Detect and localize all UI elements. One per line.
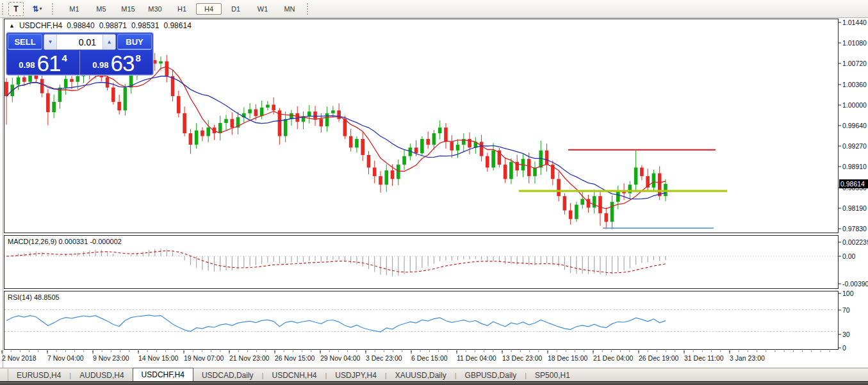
timeframe-button-h4[interactable]: H4 <box>196 3 222 15</box>
date-label: 6 Dec 15:00 <box>411 354 448 362</box>
candle-body <box>575 205 578 219</box>
candle-body <box>111 88 115 102</box>
date-label: 14 Nov 15:00 <box>138 354 178 362</box>
tab-item-usdcad[interactable]: USDCAD,Daily <box>193 369 262 382</box>
candle-body <box>4 82 8 96</box>
timeframe-button-m30[interactable]: M30 <box>142 3 168 15</box>
candle-body <box>533 168 537 176</box>
candle-body <box>580 199 584 205</box>
candle-body <box>634 168 638 185</box>
tab-bar-stub <box>0 369 8 382</box>
timeframe-button-h1[interactable]: H1 <box>169 3 195 15</box>
rsi-label: RSI(14) 48.8505 <box>8 293 60 301</box>
timeframe-button-m1[interactable]: M1 <box>61 3 87 15</box>
tab-item-usdcnh[interactable]: USDCNH,H4 <box>263 369 325 382</box>
candle-body <box>604 213 608 222</box>
price-axis-label: 1.01440 <box>842 19 867 26</box>
candle-body <box>658 173 662 196</box>
timeframe-button-m5[interactable]: M5 <box>88 3 114 15</box>
candle-body <box>444 127 448 142</box>
one-click-trading-panel: SELL ▼ 0.01 ▲ BUY 0.98 61 4 0.98 63 8 <box>6 32 154 76</box>
arrange-arrows-icon[interactable]: ⇅ ▾ <box>28 3 47 15</box>
rsi-axis-label: 70 <box>842 306 850 314</box>
date-label: 3 Dec 23:00 <box>366 354 402 362</box>
candle-body <box>64 79 68 87</box>
top-toolbar: T ⇅ ▾ M1M5M15M30H1H4D1W1MN <box>0 0 868 18</box>
candle-body <box>272 104 275 110</box>
candle-body <box>527 159 531 176</box>
mt4-window: T ⇅ ▾ M1M5M15M30H1H4D1W1MN ▲ USDCHF,H4 0… <box>0 0 868 385</box>
timeframe-button-d1[interactable]: D1 <box>223 3 249 15</box>
candle-body <box>598 196 602 213</box>
rsi-axis-label: 0 <box>842 344 846 352</box>
price-axis-label: 1.00000 <box>842 101 867 109</box>
close-value: 0.98614 <box>163 21 191 30</box>
timeframe-button-w1[interactable]: W1 <box>250 3 275 15</box>
candle-body <box>28 75 32 82</box>
text-label-tool-icon[interactable]: T <box>8 2 24 16</box>
date-label: 19 Nov 07:00 <box>184 354 224 362</box>
low-value: 0.98531 <box>131 21 159 30</box>
volume-input[interactable]: 0.01 <box>57 35 102 49</box>
candle-body <box>379 176 382 184</box>
candle-body <box>361 139 364 155</box>
tab-item-eurusd[interactable]: EURUSD,H4 <box>8 369 69 382</box>
tab-item-usdjpy[interactable]: USDJPY,H4 <box>327 369 384 382</box>
symbol-timeframe-label: USDCHF,H4 <box>19 21 62 30</box>
candle-body <box>640 168 644 176</box>
candle-body <box>337 110 341 119</box>
sell-price-pip-digit: 4 <box>61 53 67 63</box>
timeframe-button-row: M1M5M15M30H1H4D1W1MN <box>61 3 303 15</box>
candle-body <box>165 61 168 76</box>
candle-body <box>254 110 258 117</box>
date-label: 26 Dec 19:00 <box>639 354 678 362</box>
tab-item-gbpusd[interactable]: GBPUSD,Daily <box>457 369 525 382</box>
collapse-triangle-icon[interactable]: ▲ <box>9 22 15 29</box>
timeframe-button-m15[interactable]: M15 <box>115 3 141 15</box>
candle-body <box>504 165 507 179</box>
dropdown-caret-icon[interactable]: ▾ <box>40 6 42 12</box>
window-bottom-edge <box>0 381 868 385</box>
sell-price-display[interactable]: 0.98 61 4 <box>6 51 79 75</box>
sell-button[interactable]: SELL <box>8 34 42 50</box>
candle-body <box>17 78 20 85</box>
candle-body <box>124 88 127 111</box>
volume-increase-button[interactable]: ▲ <box>102 35 115 49</box>
tab-item-audusd[interactable]: AUDUSD,H4 <box>71 369 132 382</box>
candle-body <box>456 145 460 151</box>
macd-label: MACD(12,26,9) 0.000331 -0.000002 <box>8 238 122 245</box>
candle-body <box>22 78 26 82</box>
timeframe-button-mn[interactable]: MN <box>277 3 302 15</box>
volume-decrease-button[interactable]: ▼ <box>44 35 57 49</box>
buy-price-pip-digit: 8 <box>135 53 140 63</box>
macd-pane <box>4 236 839 289</box>
candle-body <box>616 190 620 202</box>
toolbar-grip[interactable] <box>307 3 311 15</box>
price-axis-label: 0.98910 <box>842 163 867 170</box>
candle-body <box>284 119 288 136</box>
toolbar-grip[interactable] <box>2 3 6 15</box>
candle-body <box>76 76 79 82</box>
buy-button[interactable]: BUY <box>117 34 152 50</box>
price-axis-label: 0.98190 <box>842 204 867 212</box>
candle-body <box>480 142 484 156</box>
candle-body <box>373 168 377 176</box>
buy-price-display[interactable]: 0.98 63 8 <box>79 51 153 75</box>
tab-item-usdchf[interactable]: USDCHF,H4 <box>133 368 193 382</box>
candle-body <box>307 111 311 116</box>
candle-body <box>331 110 335 113</box>
date-label: 26 Nov 15:00 <box>275 354 315 362</box>
candle-body <box>652 173 656 187</box>
tab-item-sp500[interactable]: SP500,H1 <box>527 369 578 382</box>
candle-body <box>313 111 317 119</box>
candle-body <box>325 113 329 127</box>
candle-body <box>320 119 323 127</box>
candle-body <box>183 113 186 133</box>
toolbar-grip[interactable] <box>52 3 56 15</box>
date-label: 21 Nov 23:00 <box>229 354 269 362</box>
macd-axis-label: 0.00 <box>842 252 855 260</box>
tab-item-xauusd[interactable]: XAUUSD,Daily <box>387 369 455 382</box>
candle-body <box>40 79 44 93</box>
date-label: 2 Nov 2018 <box>2 354 37 362</box>
candle-body <box>432 133 436 145</box>
